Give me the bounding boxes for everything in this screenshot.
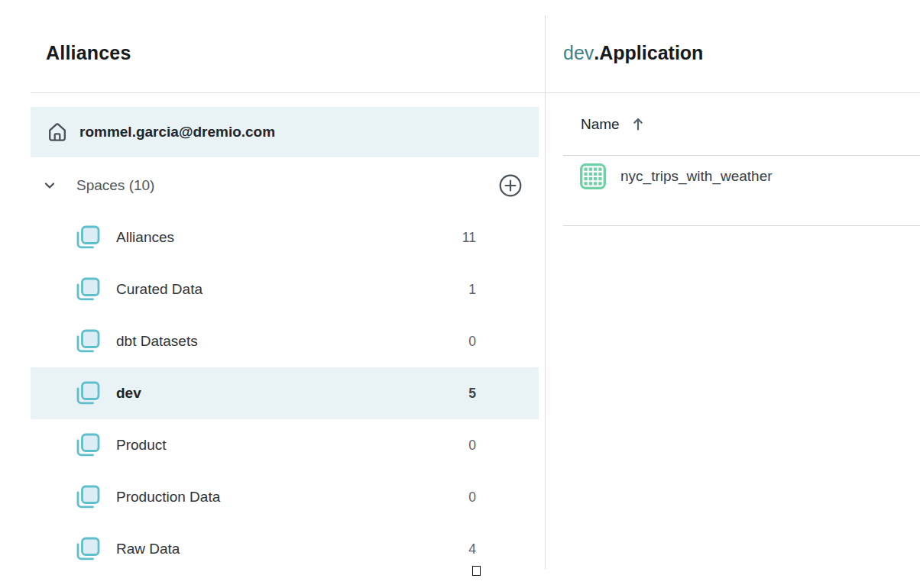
- home-icon: [46, 121, 69, 144]
- space-item-label: Raw Data: [116, 541, 180, 557]
- sidebar-space-item-product[interactable]: Product 0: [31, 419, 539, 471]
- sidebar-space-item-raw-data[interactable]: Raw Data 4: [31, 523, 539, 575]
- dataset-table: Name nyc_trips_with_weather: [563, 93, 920, 226]
- breadcrumb-space-link[interactable]: dev: [563, 42, 594, 63]
- spaces-section-header[interactable]: Spaces (10): [31, 163, 539, 208]
- name-column-header[interactable]: Name: [563, 93, 920, 156]
- chevron-down-icon[interactable]: [42, 178, 57, 193]
- space-item-count: 4: [468, 541, 476, 557]
- plus-circle-icon: [498, 173, 523, 198]
- space-item-count: 11: [462, 230, 476, 246]
- home-space-item[interactable]: rommel.garcia@dremio.com: [31, 107, 539, 157]
- name-column-label: Name: [581, 116, 620, 133]
- arrow-up-icon: [632, 116, 644, 132]
- space-icon: [73, 430, 103, 460]
- sidebar-space-item-curated-data[interactable]: Curated Data 1: [31, 263, 539, 315]
- space-item-count: 1: [468, 282, 476, 298]
- space-item-label: dbt Datasets: [116, 333, 198, 350]
- add-space-button[interactable]: [498, 173, 523, 198]
- sidebar-space-item-dbt-datasets[interactable]: dbt Datasets 0: [31, 315, 539, 367]
- dataset-row-content: nyc_trips_with_weather: [579, 163, 920, 190]
- panel-divider: [545, 15, 546, 569]
- spaces-section-label: Spaces (10): [76, 177, 154, 194]
- space-item-count: 0: [468, 438, 476, 454]
- space-item-label: dev: [116, 385, 141, 402]
- space-item-label: Curated Data: [116, 281, 202, 298]
- sidebar-space-item-dev[interactable]: dev 5: [31, 367, 539, 419]
- dataset-table-icon: [579, 163, 607, 190]
- space-icon: [73, 482, 103, 512]
- breadcrumb: dev.Application: [563, 40, 703, 66]
- space-icon: [73, 274, 103, 305]
- breadcrumb-entity: Application: [599, 42, 703, 63]
- space-item-count: 0: [468, 489, 476, 506]
- dataset-name-label: nyc_trips_with_weather: [620, 168, 773, 185]
- space-icon: [73, 222, 103, 253]
- home-item-label: rommel.garcia@dremio.com: [79, 124, 275, 141]
- sidebar-space-item-production-data[interactable]: Production Data 0: [31, 471, 539, 523]
- spaces-list: Alliances 11 Curated Data 1 dbt Datasets…: [31, 212, 539, 575]
- space-item-label: Production Data: [116, 489, 220, 506]
- page-title: Alliances: [46, 40, 131, 66]
- space-icon: [73, 326, 103, 357]
- space-item-count: 5: [468, 386, 476, 402]
- stray-glyph-box: [472, 566, 481, 576]
- sidebar-space-item-alliances[interactable]: Alliances 11: [31, 212, 539, 263]
- space-item-label: Product: [116, 437, 166, 454]
- dataset-list: nyc_trips_with_weather: [563, 163, 920, 226]
- space-item-count: 0: [468, 334, 476, 350]
- space-icon: [73, 534, 103, 564]
- space-icon: [73, 378, 103, 409]
- space-item-label: Alliances: [116, 229, 174, 246]
- dataset-table-row[interactable]: nyc_trips_with_weather: [563, 163, 920, 226]
